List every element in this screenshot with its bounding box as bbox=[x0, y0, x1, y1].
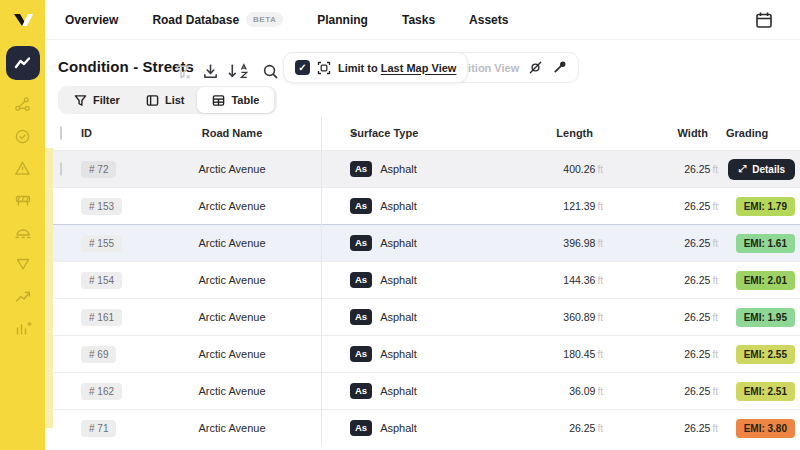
pin-icon[interactable] bbox=[552, 60, 567, 75]
width-cell: 26.25ft bbox=[609, 311, 724, 323]
road-id-badge: # 154 bbox=[81, 272, 122, 289]
tab-list-label: List bbox=[165, 94, 185, 106]
nav-overview-label: Overview bbox=[65, 13, 118, 27]
filter-funnel-icon[interactable] bbox=[171, 60, 193, 82]
col-header-grading[interactable]: Grading bbox=[724, 127, 800, 139]
sidebar-item-approvals[interactable] bbox=[13, 126, 33, 146]
download-icon[interactable] bbox=[199, 60, 221, 82]
speed-bump-icon bbox=[14, 223, 32, 241]
row-id-cell: # 153 bbox=[81, 198, 143, 215]
calendar-icon[interactable] bbox=[754, 10, 774, 30]
col-header-id[interactable]: ID bbox=[81, 127, 143, 139]
limit-to-map-view-toggle[interactable]: ✓ Limit to Last Map View bbox=[283, 52, 468, 83]
width-value: 26.25 bbox=[684, 348, 710, 360]
width-cell: 26.25ft bbox=[609, 163, 724, 175]
surface-name: Asphalt bbox=[380, 348, 417, 360]
col-header-width[interactable]: Width bbox=[609, 127, 724, 139]
search-icon[interactable] bbox=[259, 60, 281, 82]
length-cell: 121.39ft bbox=[511, 200, 609, 212]
road-name: Arctic Avenue bbox=[143, 422, 321, 434]
road-name: Arctic Avenue bbox=[143, 311, 321, 323]
sidebar-item-reports[interactable] bbox=[13, 318, 33, 338]
width-cell: 26.25ft bbox=[609, 385, 724, 397]
tab-list[interactable]: List bbox=[133, 89, 198, 111]
surface-type-cell: AsAsphalt bbox=[321, 235, 511, 251]
road-name: Arctic Avenue bbox=[143, 200, 321, 212]
nav-tasks[interactable]: Tasks bbox=[402, 13, 435, 27]
frozen-column-divider bbox=[321, 115, 322, 446]
width-value: 26.25 bbox=[684, 385, 710, 397]
table-row[interactable]: # 153Arctic AvenueAsAsphalt121.39ft26.25… bbox=[53, 187, 800, 224]
length-cell: 180.45ft bbox=[511, 348, 609, 360]
sidebar-item-condition-active[interactable] bbox=[6, 46, 40, 80]
table-row[interactable]: # 71Arctic AvenueAsAsphalt26.25ft26.25ft… bbox=[53, 409, 800, 446]
width-cell: 26.25ft bbox=[609, 237, 724, 249]
table-row[interactable]: # 161Arctic AvenueAsAsphalt360.89ft26.25… bbox=[53, 298, 800, 335]
surface-type-cell: AsAsphalt bbox=[321, 309, 511, 325]
sidebar-item-routes[interactable] bbox=[13, 286, 33, 306]
row-id-cell: # 155 bbox=[81, 235, 143, 252]
sort-asc-icon[interactable]: ▲ bbox=[351, 129, 358, 136]
sidebar-item-speed-bumps[interactable] bbox=[13, 222, 33, 242]
select-all-checkbox[interactable] bbox=[60, 126, 62, 140]
col-header-length[interactable]: Length bbox=[511, 127, 609, 139]
tab-table[interactable]: Table bbox=[197, 87, 274, 113]
checkbox-checked-icon[interactable]: ✓ bbox=[295, 60, 310, 75]
route-icon bbox=[14, 287, 32, 305]
table-row[interactable]: # 154Arctic AvenueAsAsphalt144.36ft26.25… bbox=[53, 261, 800, 298]
row-id-cell: # 69 bbox=[81, 346, 143, 363]
nav-assets[interactable]: Assets bbox=[469, 13, 508, 27]
row-checkbox[interactable] bbox=[60, 162, 62, 176]
table-row[interactable]: # 69Arctic AvenueAsAsphalt180.45ft26.25f… bbox=[53, 335, 800, 372]
cone-icon bbox=[14, 255, 32, 273]
length-value: 121.39 bbox=[563, 200, 595, 212]
sidebar-item-issues[interactable] bbox=[13, 158, 33, 178]
table-row[interactable]: # 155Arctic AvenueAsAsphalt396.98ft26.25… bbox=[53, 224, 800, 261]
brand-logo[interactable] bbox=[10, 10, 36, 30]
list-layout-icon bbox=[146, 94, 159, 107]
length-cell: 26.25ft bbox=[511, 422, 609, 434]
share-nodes-icon bbox=[14, 96, 31, 113]
grading-cell: EMI: 2.55 bbox=[724, 345, 800, 364]
road-id-badge: # 153 bbox=[81, 198, 122, 215]
road-name: Arctic Avenue bbox=[143, 163, 321, 175]
road-name: Arctic Avenue bbox=[143, 237, 321, 249]
map-view-icon bbox=[317, 61, 331, 75]
sidebar-item-roadworks[interactable] bbox=[13, 190, 33, 210]
table-row[interactable]: # 162Arctic AvenueAsAsphalt36.09ft26.25f… bbox=[53, 372, 800, 409]
nav-planning[interactable]: Planning bbox=[317, 13, 368, 27]
sort-az-icon[interactable] bbox=[227, 60, 249, 82]
width-value: 26.25 bbox=[684, 274, 710, 286]
nav-overview[interactable]: Overview bbox=[65, 13, 118, 27]
surface-code-badge: As bbox=[350, 235, 372, 251]
col-header-road-name[interactable]: Road Name bbox=[143, 127, 321, 139]
sidebar-item-share[interactable] bbox=[13, 94, 33, 114]
tab-filter[interactable]: Filter bbox=[61, 89, 133, 111]
road-id-badge: # 161 bbox=[81, 309, 122, 326]
sidebar-item-cones[interactable] bbox=[13, 254, 33, 274]
grading-cell: EMI: 1.79 bbox=[724, 197, 800, 216]
length-unit: ft bbox=[597, 201, 603, 212]
surface-type-cell: AsAsphalt bbox=[321, 198, 511, 214]
details-button[interactable]: ⤢Details bbox=[728, 159, 795, 180]
width-cell: 26.25ft bbox=[609, 348, 724, 360]
width-unit: ft bbox=[712, 201, 718, 212]
row-id-cell: # 161 bbox=[81, 309, 143, 326]
last-map-view-link[interactable]: Last Map View bbox=[381, 62, 457, 74]
width-unit: ft bbox=[712, 349, 718, 360]
pin-off-icon[interactable] bbox=[528, 60, 543, 75]
width-cell: 26.25ft bbox=[609, 422, 724, 434]
table-row[interactable]: # 72Arctic AvenueAsAsphalt400.26ft26.25f… bbox=[53, 150, 800, 187]
surface-name: Asphalt bbox=[380, 200, 417, 212]
nav-road-database[interactable]: Road Database BETA bbox=[152, 12, 283, 27]
length-value: 396.98 bbox=[563, 237, 595, 249]
road-id-badge: # 69 bbox=[81, 346, 116, 363]
surface-code-badge: As bbox=[350, 346, 372, 362]
surface-type-cell: AsAsphalt bbox=[321, 161, 511, 177]
road-name: Arctic Avenue bbox=[143, 348, 321, 360]
width-unit: ft bbox=[712, 312, 718, 323]
width-cell: 26.25ft bbox=[609, 274, 724, 286]
length-value: 26.25 bbox=[569, 422, 595, 434]
beta-badge: BETA bbox=[246, 12, 283, 27]
col-header-surface-type[interactable]: Surface Type bbox=[321, 127, 511, 139]
